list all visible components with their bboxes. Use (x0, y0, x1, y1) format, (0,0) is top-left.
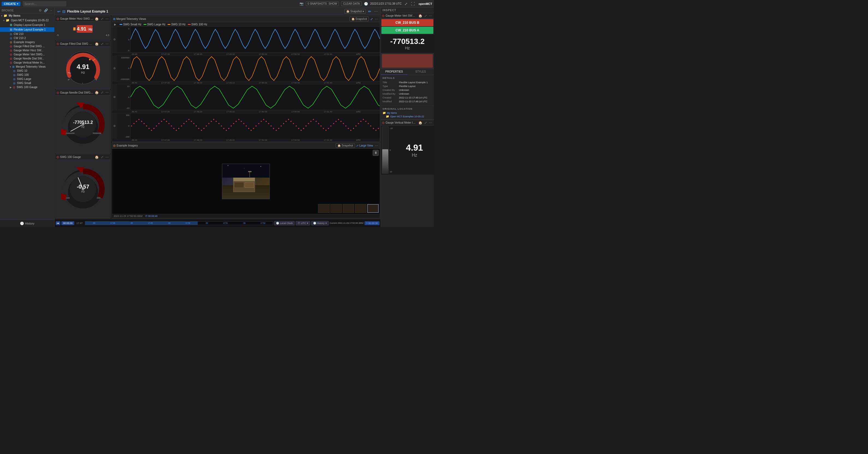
sidebar-item-example-imagery[interactable]: ◎ Example Imagery (0, 40, 54, 44)
content-more-icon[interactable]: ⋯ (374, 9, 378, 13)
duration-button[interactable]: 00:05:00 (61, 221, 74, 225)
swg10-label: SWG 10 (17, 69, 27, 72)
sidebar-item-gauge-meter-horz[interactable]: ◎ Gauge Meter Horz SW... (0, 48, 54, 53)
chart4-y-mid: 0 (118, 125, 129, 127)
xaxis4-3: 17:49:10 (226, 139, 235, 141)
thumb-2[interactable] (330, 204, 342, 213)
inspect-vert-inv-expand[interactable]: ⤢ (424, 121, 428, 124)
inspect-gauge-vert-more[interactable]: ⋯ (428, 14, 433, 18)
swg100-gauge-more-icon[interactable]: ⋯ (105, 156, 109, 159)
sidebar-item-my-items[interactable]: ▾ 📁 My Items (0, 13, 54, 18)
inspect-vert-inv-home[interactable]: 🏠 (418, 121, 423, 124)
svg-text:Hz: Hz (81, 190, 85, 193)
chart4-settings-icon[interactable]: ⚙ (113, 125, 116, 127)
utc-arrow-icon: ▾ (307, 222, 308, 225)
gauge-filled-expand-icon[interactable]: ⤢ (100, 42, 104, 45)
utc-label-4: UTC (356, 139, 361, 141)
inspect-gauge-vert-expand[interactable]: ⤢ (424, 14, 428, 18)
gauge-filled-more-icon[interactable]: ⋯ (105, 42, 109, 45)
gauge-meter-horz-home-icon[interactable]: 🏠 (94, 17, 99, 21)
swg100-icon: ◎ (13, 73, 16, 76)
imagery-large-view-btn[interactable]: ⤢ Large View (356, 144, 374, 147)
timeline-track[interactable]: :30 17:48 :30 17:49 :30 17:50 :30 17:51 … (85, 221, 273, 225)
back-nav-icon[interactable]: ↩ (57, 9, 61, 13)
clear-data-button[interactable]: CLEAR DATA (341, 1, 362, 6)
sidebar-collapse-icon[interactable]: − (50, 9, 53, 12)
gauge-needle-label: Gauge Needle Dial SW... (14, 57, 44, 60)
inspect-vert-inv-more[interactable]: ⋯ (428, 121, 433, 124)
back-in-time-icon[interactable]: ⏮ (56, 221, 60, 225)
xaxis2-1: 17:47:30 (161, 82, 170, 84)
gauge-filled-home-icon[interactable]: 🏠 (94, 42, 99, 45)
chart2-settings-icon[interactable]: ⚙ (113, 67, 116, 70)
sidebar-item-gauge-needle[interactable]: ◎ Gauge Needle Dial SW... (0, 57, 54, 61)
svg-text:✦: ✦ (360, 120, 362, 123)
history-button[interactable]: 🕒 History ▾ (311, 221, 329, 225)
create-button[interactable]: CREATE ▾ (2, 2, 21, 6)
sidebar-item-swg-large[interactable]: ◎ SWG Large (0, 77, 54, 81)
snapshots-button[interactable]: 0 SNAPSHOTS SHOW (306, 1, 339, 6)
imagery-pause-button[interactable]: ⏸ (373, 150, 379, 156)
sidebar-item-swg100-gauge[interactable]: ▶ ◎ SWG 100 Gauge (0, 85, 54, 89)
horz-gauge-scale: -5 4.3 (57, 34, 109, 37)
sidebar-item-gauge-vertical[interactable]: ◎ Gauge Vertical Meter In... (0, 61, 54, 65)
thumb-3[interactable] (343, 204, 354, 213)
inspect-gauge-vert-panel: ◎ Gauge Meter Vert SWG ... 🏠 ⤢ ⋯ CW_210 … (381, 13, 434, 69)
svg-text:2000000: 2000000 (93, 132, 101, 134)
my-items-label: My Items (9, 14, 21, 17)
snapshot-header-button[interactable]: 🏠 Snapshot ▾ (344, 9, 366, 14)
imagery-snapshot-button[interactable]: 🏠 Snapshot (336, 143, 355, 148)
sidebar-item-gauge-meter-vert[interactable]: ◎ Gauge Meter Vert SWG... (0, 53, 54, 57)
sidebar-item-swg10[interactable]: ◎ SWG 10 (0, 69, 54, 73)
sidebar-item-gauge-filled[interactable]: ◎ Gauge Filled Dial SWG ... (0, 44, 54, 48)
sidebar-item-swg100[interactable]: ◎ SWG 100 (0, 73, 54, 77)
swg100-gauge-expand-icon[interactable]: ⤢ (100, 156, 104, 159)
horz-gauge-value: 4.91 Hz (77, 26, 93, 32)
local-clock-button[interactable]: 🕐 Local Clock (274, 221, 294, 225)
xaxis4-0: -46:40 (131, 139, 137, 141)
sidebar-link-icon[interactable]: 🔗 (43, 9, 49, 12)
xaxis1-1: 17:47:30 (161, 53, 170, 55)
merged-expand-icon[interactable]: ⤢ (370, 18, 374, 21)
thumb-1[interactable] (318, 204, 330, 213)
swg100-gauge-home-icon[interactable]: 🏠 (94, 156, 99, 159)
vert-gauge-scale: -10 0 10 (390, 127, 395, 173)
thumb-4[interactable] (355, 204, 366, 213)
sidebar-item-cw2102[interactable]: ◎ CW 210 2 (0, 36, 54, 40)
content-header-actions: 🏠 Snapshot ▾ ✏ ⋯ (344, 9, 378, 14)
loc-open-mct-link[interactable]: Open MCT Examples 10-05-22 (390, 115, 424, 118)
thumb-5[interactable] (367, 204, 379, 213)
merged-snapshot-button[interactable]: 🏠 Snapshot (349, 17, 369, 21)
gauge-meter-horz-more-icon[interactable]: ⋯ (105, 17, 109, 21)
fullscreen-icon[interactable]: ⛶ (410, 1, 415, 6)
sidebar-item-merged-telemetry[interactable]: ▾ ⊞ Merged Telemetry Views (0, 65, 54, 69)
svg-text:✦: ✦ (255, 124, 257, 127)
gauge-meter-horz-expand-icon[interactable]: ⤢ (100, 17, 104, 21)
sidebar-item-swg-small[interactable]: ◎ SWG Small (0, 81, 54, 85)
sidebar-item-display-layout[interactable]: ⊞ Display Layout Example 1 (0, 23, 54, 27)
edit-icon[interactable]: ✏ (368, 9, 372, 13)
styles-tab[interactable]: STYLES (407, 69, 434, 75)
sidebar-item-cw210[interactable]: ◎ CW 210 (0, 32, 54, 36)
inspect-gauge-vert-home[interactable]: 🏠 (418, 14, 423, 18)
gauge-needle-more-icon[interactable]: ⋯ (105, 91, 109, 94)
properties-tab[interactable]: PROPERTIES (381, 69, 407, 75)
sidebar-item-flexible-layout[interactable]: ⊟ Flexible Layout Example 1 (0, 27, 54, 32)
utc-button[interactable]: ⏱ UTC ▾ (296, 221, 310, 225)
sidebar-settings-icon[interactable]: ⚙ (38, 9, 42, 12)
chart3-settings-icon[interactable]: ⚙ (113, 96, 116, 98)
loc-my-items-link[interactable]: My Items (387, 111, 397, 114)
time-delta-button[interactable]: + 00:00:30 (365, 221, 379, 225)
svg-text:✦: ✦ (377, 127, 379, 130)
tick-3: :30 (130, 222, 133, 224)
expand-icon[interactable]: ⤢ (404, 1, 408, 6)
search-input[interactable] (23, 1, 66, 6)
imagery-more-icon[interactable]: ⋯ (374, 144, 379, 147)
sidebar-item-open-mct[interactable]: ▾ 📁 Open MCT Examples 10-05-22 (0, 18, 54, 23)
merged-more-icon[interactable]: ⋯ (374, 18, 379, 21)
history-tab[interactable]: 🕒 History (0, 220, 54, 227)
xaxis1-6: 17:51:40 (324, 53, 332, 55)
gauge-needle-home-icon[interactable]: 🏠 (94, 91, 99, 94)
chart1-settings-icon[interactable]: ⚙ (113, 38, 116, 41)
gauge-needle-expand-icon[interactable]: ⤢ (100, 91, 104, 94)
